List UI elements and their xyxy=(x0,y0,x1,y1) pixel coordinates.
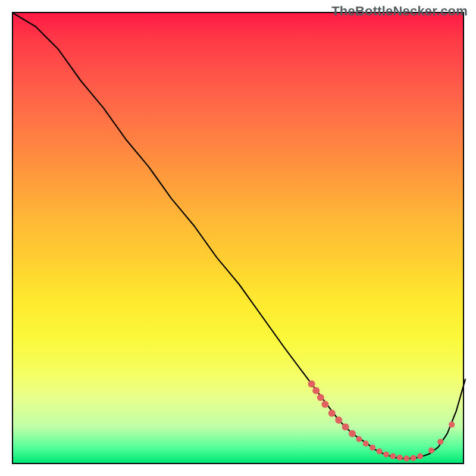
curve-marker xyxy=(335,416,342,424)
curve-marker xyxy=(390,453,396,459)
bottleneck-curve-line xyxy=(13,13,465,459)
curve-marker xyxy=(342,423,349,430)
curve-marker xyxy=(449,422,455,428)
curve-marker xyxy=(356,436,362,442)
curve-marker xyxy=(411,455,416,461)
curve-marker xyxy=(369,444,375,450)
watermark-text: TheBottleNecker.com xyxy=(331,4,468,19)
curve-marker xyxy=(363,441,369,447)
curve-marker xyxy=(321,400,328,408)
curve-marker xyxy=(317,394,324,401)
curve-marker xyxy=(403,456,409,462)
curve-marker xyxy=(397,455,403,461)
curve-marker xyxy=(428,447,434,453)
curve-marker xyxy=(328,410,336,417)
chart-svg xyxy=(13,13,465,465)
curve-marker xyxy=(437,439,443,444)
curve-marker xyxy=(349,430,356,437)
chart-container: TheBottleNecker.com xyxy=(0,0,476,476)
curve-marker xyxy=(383,452,389,458)
curve-marker xyxy=(377,448,383,454)
curve-marker xyxy=(308,380,315,387)
markers-group xyxy=(308,380,455,461)
curve-marker xyxy=(417,453,423,459)
plot-area xyxy=(12,12,464,464)
curve-marker xyxy=(312,387,320,394)
